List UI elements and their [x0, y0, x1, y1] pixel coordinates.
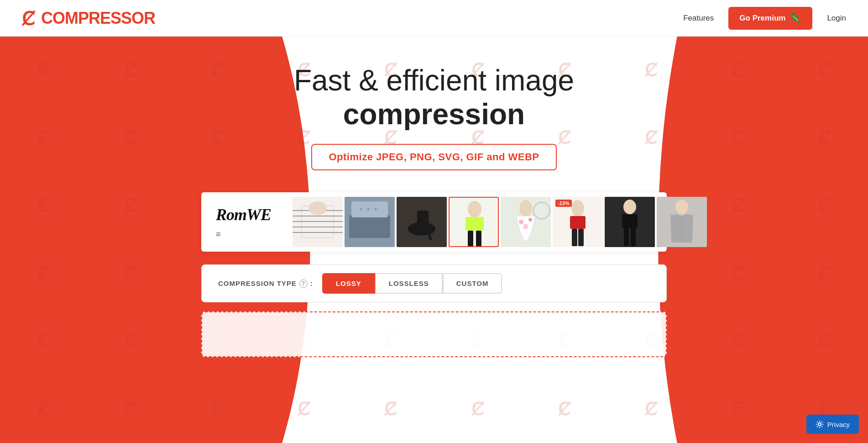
svg-rect-21 — [476, 231, 481, 247]
header-nav: Features Go Premium 🦎 Login — [683, 7, 846, 30]
svg-rect-35 — [622, 214, 638, 228]
strip-image-2-visual: ✦ ✦ ✦ — [345, 197, 395, 247]
svg-point-34 — [623, 200, 636, 214]
svg-rect-30 — [570, 216, 586, 229]
nav-features-link[interactable]: Features — [683, 14, 714, 23]
strip-image-7-visual — [605, 197, 655, 247]
chameleon-icon: 🦎 — [789, 12, 801, 24]
compression-lossless-button[interactable]: LOSSLESS — [375, 273, 443, 294]
nav-login-link[interactable]: Login — [827, 14, 846, 23]
strip-image-8-visual — [657, 197, 707, 247]
compression-colon: : — [310, 280, 313, 287]
strip-image-8[interactable] — [657, 197, 707, 247]
svg-text:Ȼ: Ȼ — [22, 9, 36, 28]
svg-point-26 — [523, 224, 528, 229]
strip-image-4-visual — [450, 198, 499, 247]
hero-subtitle: Optimize JPEG, PNG, SVG, GIF and WEBP — [311, 144, 556, 170]
svg-point-18 — [468, 201, 481, 217]
svg-rect-36 — [624, 228, 629, 246]
svg-rect-20 — [468, 231, 473, 247]
svg-rect-19 — [465, 217, 484, 231]
svg-rect-31 — [572, 229, 577, 246]
header: Ȼ COMPRESSOR Features Go Premium 🦎 Login — [0, 0, 868, 37]
strip-image-6[interactable]: -13% — [553, 197, 603, 247]
strip-image-1-visual — [293, 197, 343, 247]
svg-text:✦ ✦ ✦: ✦ ✦ ✦ — [358, 206, 378, 213]
logo-icon: Ȼ — [22, 9, 41, 28]
compression-custom-button[interactable]: CUSTOM — [443, 273, 502, 294]
premium-label: Go Premium — [739, 14, 785, 23]
strip-image-3[interactable] — [397, 197, 447, 247]
hero-title: Fast & efficient image compression — [294, 64, 574, 131]
svg-point-29 — [571, 200, 584, 216]
svg-point-23 — [519, 200, 532, 216]
strip-logo: RomWE ≡ — [209, 201, 291, 243]
strip-image-4-selected[interactable] — [449, 197, 499, 247]
privacy-label: Privacy — [827, 421, 850, 428]
hero-section: ȻȻȻȻȻȻȻȻȻȻ ȻȻȻȻȻȻȻȻȻȻ ȻȻȻȻȻȻȻȻȻȻ ȻȻȻȻȻȻȻ… — [0, 37, 868, 443]
hero-content: Fast & efficient image compression Optim… — [0, 37, 868, 357]
svg-point-24 — [519, 220, 523, 224]
svg-rect-37 — [631, 228, 636, 246]
svg-point-8 — [309, 201, 327, 215]
strip-image-7[interactable] — [605, 197, 655, 247]
svg-point-41 — [818, 423, 821, 426]
svg-point-25 — [528, 218, 532, 222]
logo[interactable]: Ȼ COMPRESSOR — [22, 9, 155, 28]
gear-icon — [816, 420, 824, 428]
upload-zone[interactable] — [201, 311, 667, 357]
logo-text: COMPRESSOR — [41, 9, 155, 28]
svg-rect-32 — [578, 229, 584, 246]
compression-lossy-button[interactable]: LOSSY — [322, 273, 375, 294]
compression-buttons: LOSSY LOSSLESS CUSTOM — [322, 273, 502, 294]
svg-rect-15 — [417, 211, 429, 231]
svg-rect-10 — [349, 215, 390, 238]
strip-image-1[interactable] — [293, 197, 343, 247]
svg-point-39 — [675, 200, 688, 214]
hamburger-icon: ≡ — [216, 230, 221, 239]
strip-image-5[interactable] — [501, 197, 551, 247]
privacy-button[interactable]: Privacy — [806, 415, 859, 434]
hero-title-line1: Fast & efficient image — [294, 64, 574, 97]
strip-image-3-visual — [397, 197, 447, 247]
compression-section: COMPRESSION TYPE ? : LOSSY LOSSLESS CUST… — [201, 264, 667, 302]
compression-type-label: COMPRESSION TYPE ? : — [218, 280, 313, 288]
compression-label-text: COMPRESSION TYPE — [218, 280, 297, 287]
romwe-logo-text: RomWE — [216, 205, 271, 224]
strip-image-2[interactable]: ✦ ✦ ✦ — [345, 197, 395, 247]
hero-title-line2: compression — [294, 98, 574, 132]
image-strip: RomWE ≡ — [201, 192, 667, 252]
strip-image-5-visual — [501, 197, 551, 247]
go-premium-button[interactable]: Go Premium 🦎 — [728, 7, 812, 30]
compression-help-icon[interactable]: ? — [299, 280, 308, 288]
discount-badge: -13% — [555, 200, 572, 207]
